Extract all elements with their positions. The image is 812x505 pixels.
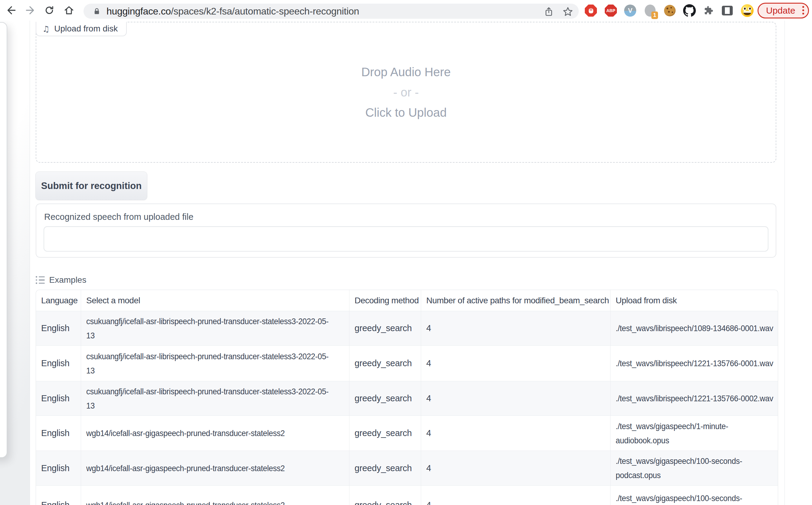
puzzle-extensions-icon[interactable] (702, 4, 714, 17)
home-icon[interactable] (63, 4, 75, 16)
table-cell: greedy_search (349, 346, 421, 381)
table-cell: wgb14/icefall-asr-gigaspeech-pruned-tran… (81, 451, 349, 485)
table-cell: 4 (421, 416, 610, 451)
back-icon[interactable] (5, 4, 17, 16)
table-cell: English (36, 416, 81, 451)
content-right-edge (785, 21, 785, 505)
notifier-icon[interactable]: 1 (644, 4, 657, 17)
browser-toolbar: huggingface.co/spaces/k2-fsa/automatic-s… (0, 0, 812, 21)
table-cell: ./test_wavs/gigaspeech/1-minute- audiobo… (610, 416, 778, 451)
sidebar-toggle-icon[interactable] (721, 4, 734, 17)
column-header-0: Language (36, 290, 81, 311)
table-cell: wgb14/icefall-asr-gigaspeech-pruned-tran… (81, 486, 349, 505)
address-bar[interactable]: huggingface.co/spaces/k2-fsa/automatic-s… (84, 4, 579, 19)
url-text: huggingface.co/spaces/k2-fsa/automatic-s… (107, 4, 359, 19)
table-row[interactable]: Englishwgb14/icefall-asr-gigaspeech-prun… (36, 415, 778, 451)
kebab-menu-icon[interactable] (802, 6, 804, 14)
table-cell: 4 (421, 451, 610, 485)
table-row[interactable]: Englishwgb14/icefall-asr-gigaspeech-prun… (36, 451, 778, 485)
list-icon (36, 276, 45, 284)
bookmark-star-icon[interactable] (562, 6, 574, 18)
audio-dropzone[interactable]: ♫ Upload from disk Drop Audio Here - or … (36, 22, 776, 163)
column-header-4: Upload from disk (610, 290, 778, 311)
github-icon[interactable] (683, 4, 696, 17)
table-cell: ./test_wavs/gigaspeech/100-seconds- podc… (610, 451, 778, 485)
table-cell: English (36, 486, 81, 505)
table-cell: wgb14/icefall-asr-gigaspeech-pruned-tran… (81, 416, 349, 451)
table-cell: 4 (421, 381, 610, 415)
vimium-icon[interactable]: V (624, 4, 637, 17)
update-button[interactable]: Update (758, 3, 809, 18)
table-row[interactable]: Englishcsukuangfj/icefall-asr-librispeec… (36, 311, 778, 345)
table-cell: 4 (421, 346, 610, 381)
url-path: /spaces/k2-fsa/automatic-speech-recognit… (171, 6, 359, 17)
table-cell: csukuangfj/icefall-asr-librispeech-prune… (81, 311, 349, 345)
background-window-edge (0, 22, 7, 458)
table-cell: English (36, 451, 81, 485)
table-cell: ./test_wavs/gigaspeech/100-seconds- podc… (610, 486, 778, 505)
examples-table: LanguageSelect a modelDecoding methodNum… (36, 290, 778, 505)
table-cell: English (36, 346, 81, 381)
recognized-speech-output[interactable] (43, 226, 769, 251)
or-text: - or - (393, 86, 419, 99)
table-cell: csukuangfj/icefall-asr-librispeech-prune… (81, 381, 349, 415)
abp-icon[interactable]: ABP (604, 4, 617, 17)
table-cell: English (36, 311, 81, 345)
forward-icon[interactable] (24, 4, 36, 16)
table-cell: greedy_search (349, 381, 421, 415)
column-header-2: Decoding method (349, 290, 421, 311)
table-row[interactable]: Englishwgb14/icefall-asr-gigaspeech-prun… (36, 485, 778, 505)
lock-icon (93, 7, 101, 15)
share-icon[interactable] (543, 6, 555, 18)
examples-header: Examples (36, 275, 86, 285)
table-cell: ./test_wavs/librispeech/1089-134686-0001… (610, 311, 778, 345)
table-row[interactable]: Englishcsukuangfj/icefall-asr-librispeec… (36, 381, 778, 415)
cookie-icon[interactable] (663, 4, 676, 17)
table-cell: English (36, 381, 81, 415)
table-row[interactable]: Englishcsukuangfj/icefall-asr-librispeec… (36, 345, 778, 381)
table-cell: ./test_wavs/librispeech/1221-135766-0001… (610, 346, 778, 381)
table-cell: csukuangfj/icefall-asr-librispeech-prune… (81, 346, 349, 381)
recognized-speech-panel: Recognized speech from uploaded file (36, 203, 776, 258)
column-header-3: Number of active paths for modified_beam… (421, 290, 610, 311)
drop-audio-here-text: Drop Audio Here (361, 65, 451, 78)
table-cell: greedy_search (349, 311, 421, 345)
smiley-avatar-icon[interactable] (741, 4, 754, 17)
examples-label: Examples (49, 275, 87, 285)
table-cell: greedy_search (349, 486, 421, 505)
table-cell: 4 (421, 311, 610, 345)
table-cell: 4 (421, 486, 610, 505)
adblock-hand-icon[interactable] (584, 4, 597, 17)
table-cell: greedy_search (349, 416, 421, 451)
table-header-row: LanguageSelect a modelDecoding methodNum… (36, 290, 778, 311)
column-header-1: Select a model (81, 290, 349, 311)
table-cell: ./test_wavs/librispeech/1221-135766-0002… (610, 381, 778, 415)
dropzone-prompt: Drop Audio Here - or - Click to Upload (36, 22, 776, 162)
click-to-upload-text: Click to Upload (365, 106, 446, 119)
output-label: Recognized speech from uploaded file (44, 212, 193, 222)
reload-icon[interactable] (43, 4, 55, 16)
extension-badge: 1 (651, 11, 658, 19)
music-notes-icon: ♫ (42, 25, 49, 33)
url-domain: huggingface.co (107, 6, 171, 17)
tab-upload-from-disk[interactable]: ♫ Upload from disk (36, 22, 127, 36)
table-cell: greedy_search (349, 451, 421, 485)
submit-for-recognition-button[interactable]: Submit for recognition (35, 171, 147, 200)
